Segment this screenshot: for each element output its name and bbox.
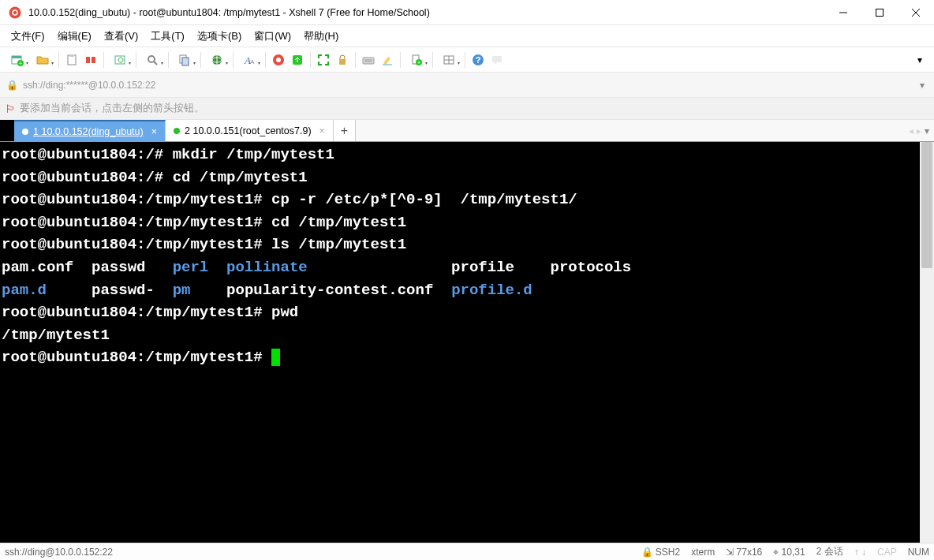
tab-status-dot bbox=[22, 129, 28, 135]
address-bar[interactable]: 🔒 ssh://ding:******@10.0.0.152:22 ▾ bbox=[0, 73, 934, 98]
status-caps: CAP bbox=[877, 547, 897, 558]
status-bar: ssh://ding@10.0.0.152:22 🔒 SSH2 xterm ⇲ … bbox=[0, 543, 934, 560]
svg-text:?: ? bbox=[476, 55, 481, 65]
svg-text:+: + bbox=[19, 61, 22, 66]
new-file-button[interactable]: +▾ bbox=[405, 51, 428, 69]
svg-rect-28 bbox=[339, 59, 346, 65]
new-tab-button[interactable]: + bbox=[334, 120, 356, 141]
svg-rect-4 bbox=[876, 9, 884, 16]
lock-icon: 🔒 bbox=[6, 80, 18, 91]
maximize-button[interactable] bbox=[861, 0, 898, 24]
svg-rect-29 bbox=[363, 58, 374, 64]
svg-text:A: A bbox=[250, 58, 255, 65]
address-text: ssh://ding:******@10.0.0.152:22 bbox=[23, 80, 155, 91]
font-button[interactable]: AA▾ bbox=[237, 51, 261, 69]
status-size: 77x16 bbox=[737, 547, 763, 558]
copy-button[interactable]: ▾ bbox=[173, 51, 196, 69]
menu-edit[interactable]: 编辑(E) bbox=[51, 26, 98, 47]
toolbar-overflow[interactable]: ▾ bbox=[911, 51, 928, 69]
hint-text: 要添加当前会话，点击左侧的箭头按钮。 bbox=[20, 102, 204, 115]
layout-button[interactable]: ▾ bbox=[437, 51, 461, 69]
svg-point-2 bbox=[13, 10, 17, 14]
terminal-scrollbar[interactable]: ▴ bbox=[920, 142, 934, 543]
minimize-button[interactable] bbox=[825, 0, 861, 24]
status-num: NUM bbox=[908, 547, 929, 558]
svg-rect-19 bbox=[182, 58, 189, 65]
chat-button[interactable] bbox=[488, 51, 506, 69]
fullscreen-button[interactable] bbox=[315, 51, 332, 69]
menu-bar: 文件(F) 编辑(E) 查看(V) 工具(T) 选项卡(B) 窗口(W) 帮助(… bbox=[0, 25, 934, 47]
menu-tools[interactable]: 工具(T) bbox=[144, 26, 191, 47]
tab-close-icon[interactable]: × bbox=[319, 125, 325, 136]
help-button[interactable]: ? bbox=[469, 51, 487, 69]
flag-icon: 🏳 bbox=[5, 103, 16, 115]
svg-rect-12 bbox=[69, 54, 74, 57]
menu-file[interactable]: 文件(F) bbox=[5, 26, 51, 47]
clipboard-button[interactable] bbox=[63, 51, 80, 69]
open-session-button[interactable]: ▾ bbox=[31, 51, 54, 69]
highlight-button[interactable] bbox=[379, 51, 396, 69]
tab-menu-icon[interactable]: ▾ bbox=[925, 125, 929, 136]
menu-view[interactable]: 查看(V) bbox=[98, 26, 144, 47]
terminal[interactable]: root@ubuntu1804:/# mkdir /tmp/mytest1roo… bbox=[0, 142, 920, 543]
svg-rect-14 bbox=[92, 57, 95, 63]
svg-rect-8 bbox=[12, 56, 21, 58]
menu-help[interactable]: 帮助(H) bbox=[297, 26, 345, 47]
svg-point-16 bbox=[148, 56, 155, 62]
keyboard-button[interactable] bbox=[360, 51, 377, 69]
status-term: xterm bbox=[691, 547, 715, 558]
tab-prev-icon[interactable]: ◂ bbox=[909, 125, 913, 136]
svg-point-26 bbox=[276, 58, 281, 62]
session-tab-2[interactable]: 2 10.0.0.151(root_centos7.9) × bbox=[166, 120, 334, 141]
tabs-left-notch[interactable] bbox=[0, 120, 14, 141]
tabs-bar: 1 10.0.0.152(ding_ubutu) × 2 10.0.0.151(… bbox=[0, 120, 934, 142]
tab-status-dot bbox=[174, 128, 180, 134]
tab-label: 2 10.0.0.151(root_centos7.9) bbox=[185, 125, 312, 136]
tab-next-icon[interactable]: ▸ bbox=[917, 125, 921, 136]
lock-button[interactable] bbox=[334, 51, 351, 69]
svg-line-17 bbox=[154, 62, 157, 65]
status-pos: 10,31 bbox=[782, 547, 805, 558]
toolbar: +▾ ▾ ▾ ▾ ▾ ▾ AA▾ +▾ ▾ ? ▾ bbox=[0, 47, 934, 73]
new-session-button[interactable]: +▾ bbox=[6, 51, 29, 69]
tab-close-icon[interactable]: × bbox=[151, 126, 157, 137]
hint-bar: 🏳 要添加当前会话，点击左侧的箭头按钮。 bbox=[0, 98, 934, 120]
address-dropdown[interactable]: ▾ bbox=[917, 77, 928, 94]
scroll-thumb[interactable] bbox=[921, 142, 932, 268]
traffic-icons: ↑ ↓ bbox=[854, 547, 866, 558]
svg-rect-13 bbox=[86, 57, 90, 63]
menu-tabs[interactable]: 选项卡(B) bbox=[191, 26, 248, 47]
status-sessions: 2 会话 bbox=[816, 545, 843, 558]
reconnect-button[interactable]: ▾ bbox=[108, 51, 132, 69]
menu-window[interactable]: 窗口(W) bbox=[248, 26, 297, 47]
status-connection: ssh://ding@10.0.0.152:22 bbox=[5, 547, 113, 558]
web-button[interactable]: ▾ bbox=[205, 51, 229, 69]
window-title: 10.0.0.152(ding_ubutu) - root@ubuntu1804… bbox=[28, 7, 825, 18]
lock-icon: 🔒 bbox=[641, 547, 653, 558]
status-proto: SSH2 bbox=[656, 547, 680, 558]
search-button[interactable]: ▾ bbox=[140, 51, 164, 69]
disconnect-button[interactable] bbox=[82, 51, 99, 69]
xshell-logo-button[interactable] bbox=[270, 51, 287, 69]
session-tab-1[interactable]: 1 10.0.0.152(ding_ubutu) × bbox=[14, 120, 166, 141]
xshell-icon bbox=[8, 6, 22, 20]
xftp-button[interactable] bbox=[289, 51, 306, 69]
svg-text:+: + bbox=[417, 60, 420, 65]
title-bar: 10.0.0.152(ding_ubutu) - root@ubuntu1804… bbox=[0, 0, 934, 25]
close-button[interactable] bbox=[898, 0, 934, 24]
tab-label: 1 10.0.0.152(ding_ubutu) bbox=[33, 126, 144, 137]
terminal-wrap: root@ubuntu1804:/# mkdir /tmp/mytest1roo… bbox=[0, 142, 934, 543]
